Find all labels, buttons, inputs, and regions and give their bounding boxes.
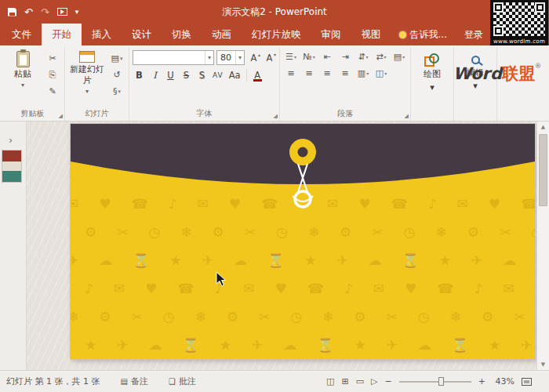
strikethrough-button[interactable]: S (180, 68, 193, 82)
section-button[interactable]: §▾ (108, 85, 125, 98)
customize-qat-icon[interactable]: ▾ (75, 8, 79, 16)
text-shadow-button[interactable]: S (195, 68, 209, 82)
scroll-down-icon[interactable]: ▼ (537, 359, 549, 370)
layout-button[interactable]: ▤▾ (108, 52, 125, 65)
tab-slideshow[interactable]: 幻灯片放映 (242, 24, 311, 45)
align-text-icon: ▤ (394, 52, 402, 62)
expand-panel-icon[interactable]: › (9, 134, 13, 146)
tab-insert[interactable]: 插入 (82, 24, 122, 45)
notes-icon: ▤ (120, 377, 127, 386)
font-name-combo[interactable]: ▾ (133, 50, 214, 65)
align-text-button[interactable]: ▤▾ (391, 50, 407, 64)
reset-button[interactable]: ↺ (108, 68, 125, 82)
justify-button[interactable]: ≡ (337, 67, 353, 80)
window-title: 演示文稿2 - PowerPoint (0, 0, 549, 24)
paragraph-group-label: 段落 (280, 108, 410, 119)
clipboard-dialog-launcher-icon[interactable]: ◢ (59, 113, 63, 119)
text-direction-button[interactable]: ⇄▾ (373, 50, 389, 64)
align-right-button[interactable]: ≡ (319, 67, 335, 80)
zoom-slider[interactable] (399, 381, 471, 383)
font-size-value: 80 (220, 53, 231, 63)
change-case-button[interactable]: Aa (227, 68, 242, 82)
start-slideshow-icon[interactable] (57, 8, 67, 16)
scroll-up-icon[interactable]: ▲ (537, 122, 549, 132)
reset-icon: ↺ (113, 70, 120, 80)
slide-number-indicator: 幻灯片 第 1 张，共 1 张 (0, 376, 100, 387)
zoom-in-icon[interactable]: + (478, 376, 485, 387)
clipboard-icon (16, 51, 30, 67)
clipboard-group-label: 剪贴板 (1, 108, 64, 119)
zoom-out-icon[interactable]: − (385, 376, 392, 387)
font-size-combo[interactable]: 80 ▾ (216, 50, 245, 65)
character-spacing-button[interactable]: AV (211, 68, 225, 82)
font-dialog-launcher-icon[interactable]: ◢ (274, 113, 278, 119)
bullets-icon: ☰ (285, 52, 293, 62)
zoom-slider-thumb[interactable] (438, 377, 444, 386)
ribbon: 粘贴 ▾ ✂ ⎘ ✎ 剪贴板 ◢ 新建幻灯片 ▾ ▤▾ ↺ §▾ 幻灯片 (0, 45, 549, 122)
title-bar: ↶ ↷ ▾ 演示文稿2 - PowerPoint (0, 0, 549, 24)
align-left-button[interactable]: ≡ (283, 67, 299, 80)
decrease-indent-button[interactable]: ⇤ (319, 50, 335, 64)
italic-button[interactable]: I (148, 68, 162, 82)
tab-view[interactable]: 视图 (351, 24, 391, 45)
tab-animations[interactable]: 动画 (202, 24, 242, 45)
reading-view-icon[interactable]: ▭ (356, 376, 364, 387)
ribbon-tab-bar: 文件 开始 插入 设计 切换 动画 幻灯片放映 审阅 视图 告诉我... 登录 (0, 24, 549, 45)
drawing-button[interactable]: 绘图 ▾ (414, 49, 450, 108)
undo-icon[interactable]: ↶ (24, 6, 33, 18)
tab-home[interactable]: 开始 (42, 24, 82, 45)
shrink-font-button[interactable]: A▾ (263, 51, 276, 65)
normal-view-icon[interactable]: ◫ (326, 376, 334, 387)
save-icon[interactable] (8, 8, 16, 16)
notes-button[interactable]: ▤ 备注 (120, 376, 147, 387)
slideshow-view-icon[interactable]: ▷ (371, 376, 377, 387)
comments-icon: ❑ (169, 377, 176, 386)
tab-review[interactable]: 审阅 (311, 24, 351, 45)
scrollbar-thumb[interactable] (539, 134, 547, 206)
slide-sorter-view-icon[interactable]: ⊞ (341, 376, 348, 387)
copy-button[interactable]: ⎘ (44, 68, 61, 82)
tab-transitions[interactable]: 切换 (162, 24, 202, 45)
tab-design[interactable]: 设计 (122, 24, 162, 45)
envelope-string-tie (71, 124, 535, 226)
line-spacing-icon: ⇵ (358, 52, 365, 62)
chevron-down-icon[interactable]: ▾ (205, 51, 213, 64)
grow-font-button[interactable]: A▴ (247, 51, 260, 65)
bullets-button[interactable]: ☰▾ (283, 50, 299, 64)
vertical-scrollbar[interactable]: ▲ ▼ (536, 122, 549, 370)
font-color-button[interactable]: A (251, 68, 264, 82)
increase-indent-button[interactable]: ⇥ (337, 50, 353, 64)
slide-canvas[interactable]: ✉♥☎♪✉♥☎♪✉♥☎♪✉♥☎♪⚙✂◷❄⚙✂◷❄⚙✂◷❄⚙✂◷❄✈☁⌛★✈☁⌛★… (71, 124, 535, 359)
slide-workspace: › ✉♥☎♪✉♥☎♪✉♥☎♪✉♥☎♪⚙✂◷❄⚙✂◷❄⚙✂◷❄⚙✂◷❄✈☁⌛★✈☁… (0, 122, 549, 370)
paste-button[interactable]: 粘贴 ▾ (4, 49, 42, 108)
wordlm-logo: Word联盟® (453, 63, 541, 85)
fit-slide-to-window-icon[interactable] (522, 378, 532, 386)
comments-button[interactable]: ❑ 批注 (169, 376, 196, 387)
shapes-icon (424, 53, 440, 66)
font-group-label: 字体 (129, 108, 279, 119)
tab-file[interactable]: 文件 (2, 24, 42, 45)
lightbulb-icon (399, 31, 406, 38)
redo-icon[interactable]: ↷ (41, 6, 49, 18)
increase-indent-icon: ⇥ (341, 52, 348, 62)
drawing-group: 绘图 ▾ (411, 47, 454, 121)
new-slide-button[interactable]: 新建幻灯片 ▾ (68, 49, 106, 108)
underline-button[interactable]: U (164, 68, 177, 82)
cut-button[interactable]: ✂ (44, 52, 61, 65)
convert-smartart-button[interactable]: ◫▾ (373, 67, 389, 80)
align-center-button[interactable]: ≡ (301, 67, 317, 80)
format-painter-button[interactable]: ✎ (44, 85, 61, 98)
zoom-level[interactable]: 43% (493, 376, 514, 387)
line-spacing-button[interactable]: ⇵▾ (355, 50, 371, 64)
slide-thumbnail[interactable] (2, 150, 22, 183)
chevron-down-icon[interactable]: ▾ (235, 51, 244, 64)
numbering-button[interactable]: №▾ (301, 50, 317, 64)
bold-button[interactable]: B (133, 68, 146, 82)
thumbnail-panel: › (0, 122, 27, 370)
quick-access-toolbar: ↶ ↷ ▾ (0, 6, 78, 18)
slides-group-label: 幻灯片 (65, 108, 129, 119)
tell-me-box[interactable]: 告诉我... (391, 24, 455, 45)
cut-icon: ✂ (49, 53, 56, 64)
columns-button[interactable]: ▥▾ (355, 67, 371, 80)
paragraph-dialog-launcher-icon[interactable]: ◢ (405, 113, 409, 119)
